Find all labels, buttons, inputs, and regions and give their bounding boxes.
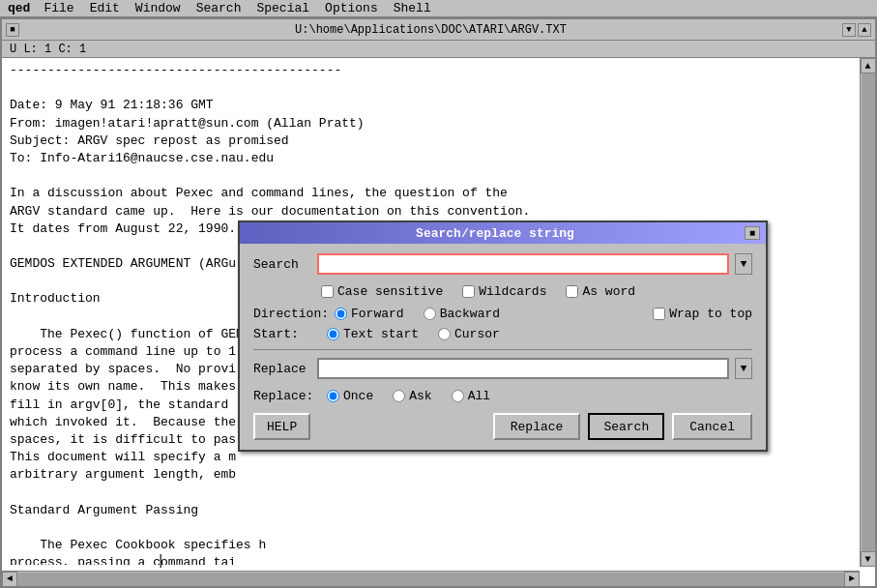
status-bar: U L: 1 C: 1: [2, 41, 875, 58]
search-replace-dialog: Search/replace string ■ Search ▼ Case se…: [238, 220, 768, 452]
cancel-button[interactable]: Cancel: [672, 413, 752, 440]
start-label: Start:: [253, 327, 321, 341]
action-buttons: Replace Search Cancel: [493, 413, 752, 440]
replace-once-radio[interactable]: [327, 390, 339, 402]
scroll-right-button[interactable]: ►: [844, 572, 860, 587]
search-row: Search ▼: [253, 253, 752, 275]
options-row: Case sensitive Wildcards As word: [253, 284, 752, 299]
cursor: |: [157, 553, 164, 569]
replace-once-label: Once: [343, 389, 373, 403]
replace-ask-label: Ask: [409, 389, 431, 403]
scroll-track-horizontal[interactable]: [17, 573, 844, 586]
scroll-left-button[interactable]: ◄: [2, 572, 17, 587]
replace-once-option[interactable]: Once: [327, 389, 373, 403]
as-word-option[interactable]: As word: [566, 284, 635, 299]
replace-all-radio[interactable]: [452, 390, 464, 402]
menu-file[interactable]: File: [36, 0, 81, 17]
menu-edit[interactable]: Edit: [82, 0, 128, 17]
scroll-track-vertical[interactable]: [862, 74, 875, 551]
direction-forward-radio[interactable]: [335, 308, 347, 320]
menu-shell[interactable]: Shell: [386, 0, 439, 17]
wildcards-option[interactable]: Wildcards: [462, 284, 546, 299]
wrap-to-top-option[interactable]: Wrap to top: [653, 307, 752, 321]
menu-options[interactable]: Options: [317, 0, 386, 17]
start-cursor-label: Cursor: [454, 327, 500, 341]
direction-forward-option[interactable]: Forward: [335, 307, 404, 321]
menu-bar: qed File Edit Window Search Special Opti…: [0, 0, 877, 17]
start-row: Start: Text start Cursor: [253, 327, 752, 341]
replace-options-label: Replace:: [253, 389, 321, 403]
start-options: Text start Cursor: [327, 327, 500, 341]
start-text-start-radio[interactable]: [327, 328, 339, 340]
replace-ask-option[interactable]: Ask: [393, 389, 431, 403]
dialog-body: Search ▼ Case sensitive Wildcards As wor…: [240, 244, 766, 450]
menu-window[interactable]: Window: [128, 0, 189, 17]
dialog-titlebar[interactable]: Search/replace string ■: [240, 222, 766, 244]
search-label: Search: [253, 257, 311, 272]
scrollbar-horizontal[interactable]: ◄ ►: [2, 571, 860, 586]
scroll-down-button[interactable]: ▼: [861, 551, 876, 567]
search-button[interactable]: Search: [588, 413, 664, 440]
replace-input[interactable]: [317, 358, 729, 379]
editor-sys-button[interactable]: ■: [6, 23, 19, 37]
direction-backward-radio[interactable]: [424, 308, 436, 320]
wildcards-checkbox[interactable]: [462, 285, 475, 298]
start-cursor-radio[interactable]: [438, 328, 451, 340]
scroll-up-button[interactable]: ▲: [861, 58, 876, 74]
scrollbar-vertical[interactable]: ▲ ▼: [860, 58, 875, 567]
direction-row: Direction: Forward Backward Wrap to top: [253, 307, 752, 321]
dialog-close-button[interactable]: ■: [745, 226, 760, 240]
wrap-to-top-label: Wrap to top: [669, 307, 752, 321]
editor-titlebar-left: ■: [6, 23, 19, 37]
editor-minimize-button[interactable]: ▼: [842, 23, 856, 37]
help-button[interactable]: HELP: [253, 413, 310, 440]
wrap-to-top-checkbox[interactable]: [653, 308, 665, 320]
search-arrow-button[interactable]: ▼: [735, 253, 752, 275]
direction-backward-label: Backward: [440, 307, 500, 321]
replace-options-group: Once Ask All: [327, 389, 490, 403]
menu-search[interactable]: Search: [189, 0, 249, 17]
status-text: U L: 1 C: 1: [10, 43, 86, 56]
replace-arrow-button[interactable]: ▼: [735, 358, 752, 379]
dialog-title: Search/replace string: [246, 226, 745, 241]
divider: [253, 349, 752, 350]
replace-all-label: All: [468, 389, 490, 403]
as-word-checkbox[interactable]: [566, 285, 578, 298]
button-row: HELP Replace Search Cancel: [253, 413, 752, 440]
direction-forward-label: Forward: [351, 307, 404, 321]
editor-title: U:\home\Applications\DOC\ATARI\ARGV.TXT: [19, 23, 842, 37]
menu-special[interactable]: Special: [248, 0, 317, 17]
start-text-start-label: Text start: [343, 327, 419, 341]
replace-row: Replace ▼: [253, 358, 752, 379]
as-word-label: As word: [582, 284, 635, 299]
case-sensitive-checkbox[interactable]: [321, 285, 334, 298]
direction-backward-option[interactable]: Backward: [424, 307, 500, 321]
direction-label: Direction:: [253, 307, 329, 321]
wildcards-label: Wildcards: [479, 284, 546, 299]
search-input[interactable]: [317, 253, 729, 275]
case-sensitive-label: Case sensitive: [337, 284, 443, 299]
start-cursor-option[interactable]: Cursor: [438, 327, 500, 341]
editor-controls: ▼ ▲: [842, 23, 871, 37]
start-text-start-option[interactable]: Text start: [327, 327, 419, 341]
case-sensitive-option[interactable]: Case sensitive: [321, 284, 443, 299]
app-name: qed: [2, 1, 36, 15]
replace-button[interactable]: Replace: [493, 413, 581, 440]
replace-all-option[interactable]: All: [452, 389, 490, 403]
editor-titlebar: ■ U:\home\Applications\DOC\ATARI\ARGV.TX…: [2, 19, 875, 41]
editor-maximize-button[interactable]: ▲: [858, 23, 871, 37]
replace-ask-radio[interactable]: [393, 390, 405, 402]
replace-label: Replace: [253, 362, 311, 376]
replace-options-row: Replace: Once Ask All: [253, 389, 752, 403]
direction-options: Forward Backward: [335, 307, 500, 321]
